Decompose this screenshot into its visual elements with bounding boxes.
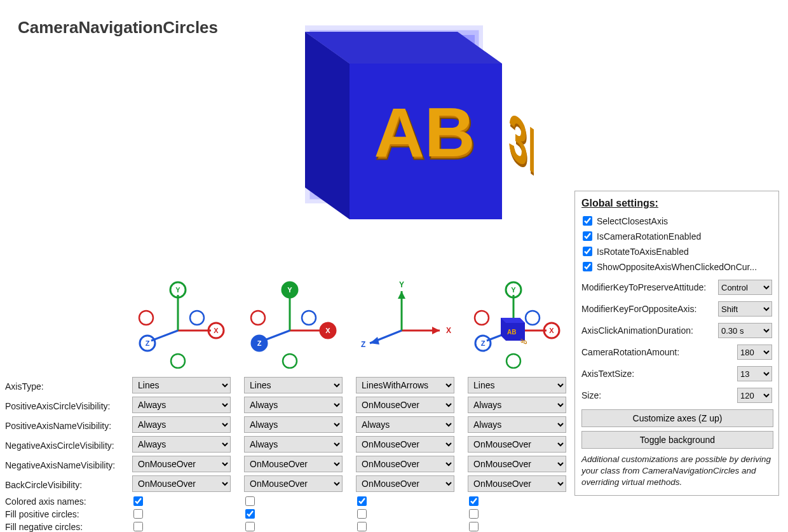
axisType-select[interactable]: LinesWithArrows	[356, 377, 454, 393]
global-button[interactable]: Toggle background	[581, 431, 773, 449]
global-check-label: ShowOppositeAxisWhenClickedOnCur...	[597, 262, 757, 272]
global-select[interactable]: 13	[737, 366, 772, 381]
row-label: Colored axis names:	[5, 495, 130, 508]
negCircle-select[interactable]: Always	[132, 436, 231, 453]
colored-checkbox[interactable]	[357, 496, 367, 506]
row-label: Fill positive circles:	[5, 508, 130, 521]
negName-select[interactable]: OnMouseOver	[132, 456, 231, 472]
negName-select[interactable]: OnMouseOver	[356, 456, 454, 472]
global-select-label: CameraRotationAmount:	[581, 347, 679, 357]
svg-text:3D: 3D	[520, 338, 527, 346]
axis-preview[interactable]: X Y Z	[351, 280, 463, 369]
negCircle-select[interactable]: OnMouseOver	[356, 436, 454, 453]
axis-preview[interactable]: X Y Z	[239, 280, 351, 369]
negName-select[interactable]: OnMouseOver	[244, 456, 343, 472]
global-check-label: IsRotateToAxisEnabled	[597, 247, 689, 257]
svg-point-59	[475, 311, 489, 325]
svg-point-36	[302, 311, 316, 325]
svg-point-24	[190, 311, 204, 325]
negCircle-select[interactable]: Always	[244, 436, 343, 453]
fillNeg-checkbox[interactable]	[245, 522, 255, 531]
backCircle-select[interactable]: OnMouseOver	[132, 475, 231, 492]
svg-line-27	[263, 331, 290, 341]
backCircle-select[interactable]: OnMouseOver	[244, 475, 343, 492]
global-select[interactable]: 180	[737, 344, 772, 360]
svg-point-35	[283, 354, 297, 368]
posCircle-select[interactable]: Always	[468, 397, 566, 413]
svg-marker-38	[432, 327, 440, 334]
posName-select[interactable]: Always	[132, 416, 231, 433]
axisType-select[interactable]: Lines	[132, 377, 231, 393]
global-select[interactable]: Control	[718, 280, 772, 295]
svg-text:X: X	[214, 327, 219, 334]
svg-text:Z: Z	[146, 339, 150, 347]
axis-preview[interactable]: X Y Z	[127, 280, 239, 369]
global-button[interactable]: Customize axes (Z up)	[581, 409, 773, 427]
cube-preview[interactable]: AB AB 3D 3D	[267, 6, 534, 235]
posCircle-select[interactable]: OnMouseOver	[356, 397, 454, 413]
global-check[interactable]	[583, 231, 592, 241]
svg-text:AB: AB	[374, 93, 475, 171]
fillPos-checkbox[interactable]	[469, 509, 479, 519]
svg-text:Z: Z	[257, 339, 262, 347]
svg-text:Y: Y	[399, 280, 404, 289]
svg-point-60	[506, 354, 520, 368]
row-label: NegativeAxisCircleVisibility:	[5, 436, 130, 456]
svg-marker-44	[370, 337, 379, 344]
row-label: PositiveAxisCircleVisibility:	[5, 397, 130, 416]
svg-text:Y: Y	[287, 286, 292, 294]
svg-marker-41	[398, 291, 405, 299]
svg-marker-4	[305, 32, 350, 219]
negCircle-select[interactable]: OnMouseOver	[468, 436, 566, 453]
fillNeg-checkbox[interactable]	[469, 522, 479, 531]
fillNeg-checkbox[interactable]	[357, 522, 367, 531]
fillPos-checkbox[interactable]	[245, 509, 255, 519]
row-label: AxisType:	[5, 377, 130, 397]
svg-text:X: X	[325, 327, 330, 334]
global-select[interactable]: 0.30 s	[718, 323, 772, 338]
row-label: Fill negative circles:	[5, 521, 130, 532]
global-settings-title: Global settings:	[581, 198, 772, 209]
posName-select[interactable]: Always	[468, 416, 566, 433]
global-select-label: AxisClickAnimationDuration:	[581, 325, 693, 336]
global-select-label: ModifierKeyToPreserveAttitude:	[581, 282, 706, 292]
posCircle-select[interactable]: Always	[244, 397, 343, 413]
svg-text:Z: Z	[361, 340, 365, 349]
axis-preview[interactable]: AB 3D X Y Z	[463, 280, 574, 369]
fillPos-checkbox[interactable]	[133, 509, 143, 519]
svg-text:Y: Y	[511, 286, 516, 294]
global-check[interactable]	[583, 216, 592, 226]
colored-checkbox[interactable]	[245, 496, 255, 506]
posCircle-select[interactable]: Always	[132, 397, 231, 413]
page-title: CameraNavigationCircles	[18, 18, 218, 38]
fillNeg-checkbox[interactable]	[133, 522, 143, 531]
posName-select[interactable]: Always	[244, 416, 343, 433]
colored-checkbox[interactable]	[469, 496, 479, 506]
global-select[interactable]: Shift	[718, 301, 772, 317]
global-check-label: SelectClosestAxis	[597, 216, 668, 226]
colored-checkbox[interactable]	[133, 496, 143, 506]
global-check-label: IsCameraRotationEnabled	[597, 231, 701, 242]
global-select-label: Size:	[581, 390, 601, 400]
axisType-select[interactable]: Lines	[468, 377, 566, 393]
row-label: BackCircleVisibility:	[5, 475, 130, 495]
global-settings-panel: Global settings: SelectClosestAxisIsCame…	[574, 191, 779, 496]
svg-point-23	[171, 354, 185, 368]
svg-line-15	[151, 331, 178, 341]
fillPos-checkbox[interactable]	[357, 509, 367, 519]
svg-text:AB: AB	[507, 329, 516, 336]
svg-text:Z: Z	[481, 339, 486, 347]
row-label: PositiveAxisNameVisibility:	[5, 416, 130, 436]
backCircle-select[interactable]: OnMouseOver	[468, 475, 566, 492]
svg-text:X: X	[446, 326, 451, 335]
global-check[interactable]	[583, 247, 592, 256]
global-select-label: AxisTextSize:	[581, 369, 634, 379]
negName-select[interactable]: OnMouseOver	[468, 456, 566, 472]
global-check[interactable]	[583, 262, 592, 271]
global-select[interactable]: 120	[737, 388, 772, 403]
svg-point-34	[251, 311, 265, 325]
posName-select[interactable]: Always	[356, 416, 454, 433]
backCircle-select[interactable]: OnMouseOver	[356, 475, 454, 492]
axisType-select[interactable]: Lines	[244, 377, 343, 393]
svg-point-22	[139, 311, 153, 325]
